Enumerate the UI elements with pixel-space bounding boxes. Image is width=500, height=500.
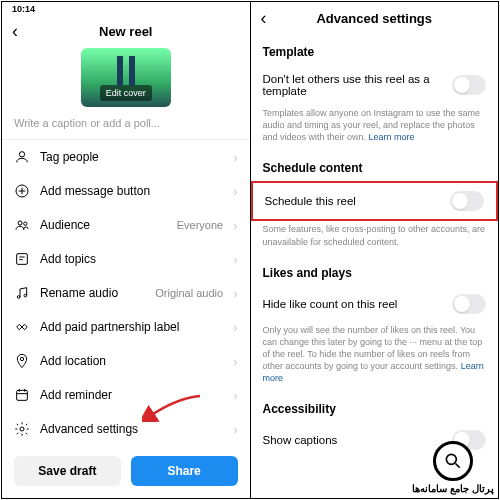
chevron-right-icon: › xyxy=(233,184,237,199)
chevron-right-icon: › xyxy=(233,218,237,233)
template-toggle-row[interactable]: Don't let others use this reel as a temp… xyxy=(251,65,499,105)
new-reel-screen: 10:14 ‹ New reel Edit cover Write a capt… xyxy=(2,2,251,498)
handshake-icon xyxy=(14,319,30,335)
chevron-right-icon: › xyxy=(233,252,237,267)
advanced-settings-row[interactable]: Advanced settings › xyxy=(2,412,250,446)
chevron-right-icon: › xyxy=(233,150,237,165)
template-desc: Templates allow anyone on Instagram to u… xyxy=(251,105,499,151)
audience-row[interactable]: Audience Everyone › xyxy=(2,208,250,242)
share-button[interactable]: Share xyxy=(131,456,238,486)
add-reminder-row[interactable]: Add reminder › xyxy=(2,378,250,412)
calendar-icon xyxy=(14,387,30,403)
audience-value: Everyone xyxy=(177,219,223,231)
hide-likes-toggle-row[interactable]: Hide like count on this reel xyxy=(251,286,499,322)
svg-point-5 xyxy=(17,296,20,299)
paid-partnership-row[interactable]: Add paid partnership label › xyxy=(2,310,250,344)
gear-icon xyxy=(14,421,30,437)
chevron-right-icon: › xyxy=(233,422,237,437)
footer: Save draft Share xyxy=(2,446,250,498)
back-icon[interactable]: ‹ xyxy=(12,21,30,42)
person-icon xyxy=(14,149,30,165)
chevron-right-icon: › xyxy=(233,354,237,369)
add-location-row[interactable]: Add location › xyxy=(2,344,250,378)
audio-icon xyxy=(14,285,30,301)
add-topics-row[interactable]: Add topics › xyxy=(2,242,250,276)
schedule-section-title: Schedule content xyxy=(251,151,499,181)
template-section-title: Template xyxy=(251,35,499,65)
svg-point-7 xyxy=(20,357,23,360)
svg-rect-4 xyxy=(17,254,28,265)
page-title: Advanced settings xyxy=(279,11,471,26)
tag-people-row[interactable]: Tag people › xyxy=(2,140,250,174)
svg-point-6 xyxy=(24,294,27,297)
location-icon xyxy=(14,353,30,369)
status-time: 10:14 xyxy=(12,4,240,14)
caption-input[interactable]: Write a caption or add a poll... xyxy=(2,113,250,139)
schedule-desc: Some features, like cross-posting to oth… xyxy=(251,221,499,255)
svg-rect-8 xyxy=(17,390,28,400)
hide-likes-toggle[interactable] xyxy=(452,294,486,314)
audio-value: Original audio xyxy=(155,287,223,299)
svg-point-3 xyxy=(24,222,27,225)
header: ‹ New reel xyxy=(2,15,250,48)
add-message-row[interactable]: Add message button › xyxy=(2,174,250,208)
captions-toggle[interactable] xyxy=(452,430,486,450)
header: ‹ Advanced settings xyxy=(251,2,499,35)
svg-point-9 xyxy=(20,427,24,431)
learn-more-link[interactable]: Learn more xyxy=(369,132,415,142)
people-icon xyxy=(14,217,30,233)
chevron-right-icon: › xyxy=(233,388,237,403)
rename-audio-row[interactable]: Rename audio Original audio › xyxy=(2,276,250,310)
back-icon[interactable]: ‹ xyxy=(261,8,279,29)
accessibility-section-title: Accessibility xyxy=(251,392,499,422)
svg-point-2 xyxy=(18,221,22,225)
svg-point-0 xyxy=(19,152,24,157)
likes-section-title: Likes and plays xyxy=(251,256,499,286)
topics-icon xyxy=(14,251,30,267)
schedule-toggle-row[interactable]: Schedule this reel xyxy=(251,181,499,221)
schedule-toggle[interactable] xyxy=(450,191,484,211)
page-title: New reel xyxy=(30,24,222,39)
advanced-settings-screen: ‹ Advanced settings Template Don't let o… xyxy=(251,2,499,498)
save-draft-button[interactable]: Save draft xyxy=(14,456,121,486)
chevron-right-icon: › xyxy=(233,286,237,301)
message-icon xyxy=(14,183,30,199)
chevron-right-icon: › xyxy=(233,320,237,335)
reel-cover[interactable]: Edit cover xyxy=(81,48,171,107)
likes-desc: Only you will see the number of likes on… xyxy=(251,322,499,393)
status-bar: 10:14 xyxy=(2,2,250,15)
captions-toggle-row[interactable]: Show captions xyxy=(251,422,499,458)
template-toggle[interactable] xyxy=(452,75,486,95)
